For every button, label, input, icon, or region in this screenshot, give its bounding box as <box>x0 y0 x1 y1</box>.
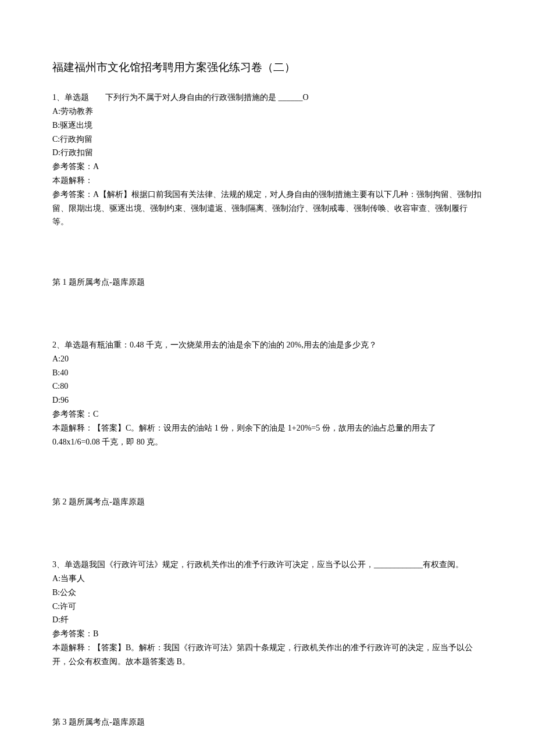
explanation: 本题解释：【答案】C。解析：设用去的油站 1 份，则余下的油是 1+20%=5 … <box>52 421 483 449</box>
question-footer: 第 1 题所属考点-题库原题 <box>52 275 483 289</box>
question-2: 2、单选题有瓶油重：0.48 千克，一次烧菜用去的油是余下的油的 20%,用去的… <box>52 338 483 449</box>
option-a: A:当事人 <box>52 572 483 586</box>
answer: 参考答案：B <box>52 627 483 641</box>
question-1: 1、单选题 下列行为不属于对人身自由的行政强制措施的是 ______O A:劳动… <box>52 91 483 229</box>
answer: 参考答案：C <box>52 407 483 421</box>
option-b: B:驱逐出境 <box>52 119 483 132</box>
option-a: A:20 <box>52 352 483 366</box>
answer: 参考答案：A <box>52 160 483 174</box>
page-title: 福建福州市文化馆招考聘用方案强化练习卷（二） <box>52 58 483 77</box>
option-d: D:行政扣留 <box>52 146 483 160</box>
option-d: D:96 <box>52 393 483 407</box>
option-c: C:行政拘留 <box>52 132 483 146</box>
question-stem: 1、单选题 下列行为不属于对人身自由的行政强制措施的是 ______O <box>52 91 483 105</box>
explanation: 本题解释：【答案】B。解析：我国《行政许可法》第四十条规定，行政机关作出的准予行… <box>52 641 483 669</box>
question-footer: 第 2 题所属考点-题库原题 <box>52 495 483 509</box>
explanation-label: 本题解释： <box>52 174 483 188</box>
question-stem: 3、单选题我国《行政许可法》规定，行政机关作出的准予行政许可决定，应当予以公开，… <box>52 558 483 572</box>
option-b: B:40 <box>52 366 483 380</box>
option-a: A:劳动教养 <box>52 105 483 119</box>
explanation: 参考答案：A【解析】根据口前我国有关法律、法规的规定，对人身自由的强制措施主要有… <box>52 188 483 229</box>
option-d: D:纤 <box>52 613 483 627</box>
option-b: B:公众 <box>52 586 483 600</box>
question-3: 3、单选题我国《行政许可法》规定，行政机关作出的准予行政许可决定，应当予以公开，… <box>52 558 483 668</box>
option-c: C:80 <box>52 379 483 393</box>
question-stem: 2、单选题有瓶油重：0.48 千克，一次烧菜用去的油是余下的油的 20%,用去的… <box>52 338 483 352</box>
question-footer: 第 3 题所属考点-题库原题 <box>52 715 483 729</box>
option-c: C:许可 <box>52 600 483 614</box>
